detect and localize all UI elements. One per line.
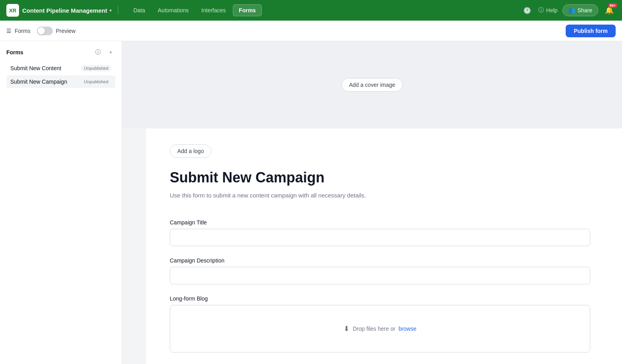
notification-badge: 99+ — [608, 3, 617, 8]
file-upload-area[interactable]: ⬇ Drop files here or browse — [170, 305, 590, 353]
form-title: Submit New Campaign — [170, 169, 590, 186]
sidebar-title: Forms — [6, 49, 23, 56]
upload-icon: ⬇ — [344, 324, 349, 333]
nav-links: Data Automations Interfaces Forms — [128, 4, 262, 16]
campaign-title-label: Campaign Title — [170, 219, 590, 226]
file-upload-text: Drop files here or — [353, 326, 395, 332]
top-nav: XR Content Pipeline Management ▾ Data Au… — [0, 0, 622, 21]
sidebar-actions: ⓘ ＋ — [93, 48, 115, 57]
sidebar: Forms ⓘ ＋ Submit New Content Unpublished… — [0, 41, 122, 364]
main-layout: Forms ⓘ ＋ Submit New Content Unpublished… — [0, 41, 622, 364]
forms-menu-button[interactable]: ☰ Forms — [6, 28, 31, 34]
publish-button[interactable]: Publish form — [566, 25, 616, 37]
toggle-knob — [38, 27, 45, 34]
nav-item-interfaces[interactable]: Interfaces — [196, 5, 231, 16]
sidebar-header: Forms ⓘ ＋ — [6, 48, 115, 57]
longform-blog-field: Long-form Blog ⬇ Drop files here or brow… — [170, 295, 590, 353]
form-description: Use this form to submit a new content ca… — [170, 191, 590, 200]
form-item-submit-new-campaign[interactable]: Submit New Campaign Unpublished — [6, 75, 115, 88]
nav-right-actions: 🕐 ⓘ Help 👥 Share 🔔 99+ — [521, 4, 616, 17]
chevron-down-icon: ▾ — [109, 8, 111, 13]
form-status-badge: Unpublished — [81, 65, 111, 71]
form-item-submit-new-content[interactable]: Submit New Content Unpublished — [6, 62, 115, 75]
history-icon[interactable]: 🕐 — [521, 4, 534, 17]
nav-item-forms[interactable]: Forms — [233, 4, 262, 16]
nav-item-data[interactable]: Data — [128, 5, 151, 16]
share-button[interactable]: 👥 Share — [562, 4, 598, 16]
add-cover-button[interactable]: Add a cover image — [342, 78, 403, 92]
file-upload-content: ⬇ Drop files here or browse — [344, 324, 417, 333]
form-item-name: Submit New Content — [10, 65, 61, 71]
app-name-label: Content Pipeline Management — [22, 7, 107, 14]
form-card: Add a logo Submit New Campaign Use this … — [146, 128, 622, 364]
campaign-description-input[interactable] — [170, 267, 590, 284]
preview-toggle: Preview — [37, 27, 76, 35]
preview-toggle-switch[interactable] — [37, 27, 53, 35]
secondary-toolbar: ☰ Forms Preview Publish form — [0, 21, 622, 41]
campaign-title-field: Campaign Title — [170, 219, 590, 246]
add-logo-button[interactable]: Add a logo — [170, 144, 211, 158]
preview-label: Preview — [56, 28, 76, 34]
sidebar-add-button[interactable]: ＋ — [106, 48, 115, 57]
content-area: Add a cover image Add a logo Submit New … — [122, 41, 622, 364]
cover-image-area: Add a cover image — [122, 41, 622, 128]
campaign-description-field: Campaign Description — [170, 257, 590, 284]
campaign-title-input[interactable] — [170, 229, 590, 246]
app-name-button[interactable]: Content Pipeline Management ▾ — [22, 7, 111, 14]
sidebar-info-button[interactable]: ⓘ — [93, 48, 103, 57]
nav-item-automations[interactable]: Automations — [152, 5, 194, 16]
help-button[interactable]: ⓘ Help — [538, 7, 558, 14]
help-circle-icon: ⓘ — [538, 7, 544, 14]
share-icon: 👥 — [568, 7, 575, 13]
nav-divider — [118, 6, 118, 14]
form-status-badge: Unpublished — [81, 79, 111, 85]
app-logo: XR — [6, 4, 19, 17]
longform-blog-label: Long-form Blog — [170, 295, 590, 302]
notification-button[interactable]: 🔔 99+ — [603, 4, 616, 17]
menu-icon: ☰ — [6, 28, 12, 34]
campaign-description-label: Campaign Description — [170, 257, 590, 264]
file-browse-link[interactable]: browse — [399, 326, 417, 332]
form-item-name: Submit New Campaign — [10, 79, 67, 85]
